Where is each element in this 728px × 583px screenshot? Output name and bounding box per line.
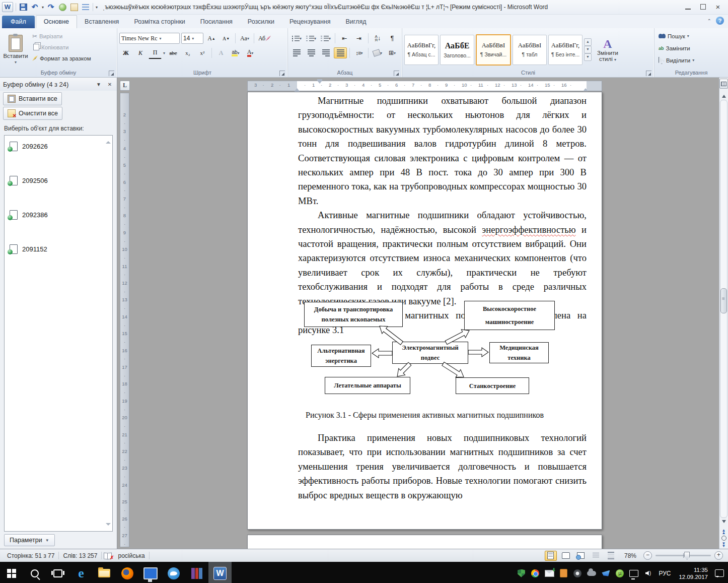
style-card-table[interactable]: АаБбВвІ ¶ табл	[513, 35, 547, 65]
pane-menu-dropdown[interactable]: ▼	[95, 82, 103, 87]
increase-indent-button[interactable]: ⇥	[352, 33, 366, 44]
taskbar-clock[interactable]: 11:35 12.09.2017	[675, 566, 712, 580]
clipboard-item[interactable]: 2092626	[5, 140, 112, 153]
mail-tray-icon[interactable]	[543, 570, 556, 577]
undo-button[interactable]: ↶	[30, 3, 39, 12]
right-indent-marker[interactable]	[583, 86, 588, 91]
borders-button[interactable]: ⊞▾	[386, 47, 399, 58]
task-view-button[interactable]	[46, 562, 69, 583]
document-page[interactable]: Магнитные подшипники охватывают большой …	[247, 92, 602, 530]
list-scroll-up-icon[interactable]	[106, 139, 111, 144]
strikethrough-button[interactable]: abc	[167, 47, 180, 58]
italic-button[interactable]: К	[134, 47, 147, 58]
onedrive-tray-icon[interactable]	[585, 571, 598, 576]
copy-button[interactable]: Копіювати	[30, 42, 93, 52]
network-tray-icon[interactable]	[627, 570, 640, 577]
diagram-box-alternative-energy[interactable]: Альтернативная энергетика	[311, 345, 371, 367]
options-button[interactable]: Параметри ▼	[4, 534, 55, 546]
paste-all-button[interactable]: Вставити все	[3, 92, 62, 105]
help-icon[interactable]: ?	[716, 17, 724, 25]
scroll-down-arrow[interactable]	[722, 520, 726, 525]
find-button[interactable]: Пошук▾	[657, 31, 696, 41]
shrink-font-button[interactable]: А▼	[220, 33, 233, 44]
format-painter-button[interactable]: Формат за зразком	[30, 53, 93, 63]
previous-page-button[interactable]: ▲▲	[722, 529, 726, 534]
vertical-ruler[interactable]: 2·3·4·5·6·7·8·9·10·11·12·13·14·15·16·17·…	[120, 93, 129, 547]
customize-qat-dropdown[interactable]: ▾	[96, 5, 98, 10]
clipboard-dialog-launcher[interactable]	[109, 71, 114, 76]
grow-font-button[interactable]: А▲	[205, 33, 218, 44]
clear-all-button[interactable]: Очистити все	[3, 107, 62, 120]
clipboard-item[interactable]: 2091152	[5, 242, 112, 255]
tab-references[interactable]: Посилання	[193, 16, 240, 28]
text-effects-button[interactable]: А	[214, 47, 228, 58]
thunderbird-taskbar-button[interactable]	[162, 562, 185, 583]
clipboard-item[interactable]: 2092506	[5, 174, 112, 187]
line-spacing-button[interactable]: ↕≡▾	[352, 47, 366, 58]
save-button[interactable]	[19, 3, 28, 12]
subscript-button[interactable]: x₂	[181, 47, 194, 58]
utorrent-tray-icon[interactable]: µ	[613, 569, 626, 577]
styles-scroll-up[interactable]: ▲	[584, 38, 592, 46]
proofing-status-icon[interactable]: ✗	[104, 553, 112, 559]
diagram-box-mining[interactable]: Добыча и транспортировка полезных ископа…	[304, 302, 403, 327]
file-explorer-taskbar-button[interactable]	[93, 562, 116, 583]
zoom-slider-thumb[interactable]	[684, 552, 690, 560]
ruler-toggle-button[interactable]	[719, 79, 728, 89]
clipboard-tray-icon[interactable]	[557, 569, 570, 577]
outline-view-button2[interactable]	[590, 551, 602, 561]
word-count[interactable]: Слів: 13 257	[59, 552, 101, 559]
tab-review[interactable]: Рецензування	[282, 16, 338, 28]
collapse-ribbon-icon[interactable]: ⌃	[707, 18, 711, 24]
diagram-box-machine-tools[interactable]: Станкостроение	[456, 377, 529, 394]
tab-view[interactable]: Вигляд	[338, 16, 374, 28]
web-layout-view-button[interactable]	[575, 551, 587, 561]
redo-button[interactable]: ↷	[46, 3, 55, 12]
styles-gallery-more[interactable]: ▼	[584, 53, 592, 61]
start-button[interactable]	[0, 562, 23, 583]
bullets-button[interactable]: ▾	[290, 33, 303, 44]
align-left-button[interactable]	[290, 47, 303, 58]
justify-button[interactable]	[334, 47, 347, 58]
diagram-box-high-speed-machinery[interactable]: Высокоскоростное машиностроение	[464, 301, 555, 330]
font-size-combo[interactable]: 14▾	[181, 33, 203, 44]
winrar-taskbar-button[interactable]	[185, 562, 208, 583]
tab-mailings[interactable]: Розсилки	[240, 16, 282, 28]
multilevel-list-button[interactable]: ▾	[319, 33, 332, 44]
show-marks-button[interactable]: ¶	[386, 33, 399, 44]
select-browse-object-button[interactable]	[721, 536, 726, 541]
keyboard-language-indicator[interactable]: РУС	[656, 570, 674, 577]
left-indent-marker[interactable]	[295, 86, 300, 91]
undo-dropdown[interactable]: ▾	[42, 5, 44, 10]
zoom-level[interactable]: 78%	[620, 552, 640, 559]
addin-button[interactable]	[58, 3, 67, 12]
highlight-button[interactable]: ab▾	[229, 47, 242, 58]
restore-button[interactable]	[699, 4, 707, 11]
zoom-out-button[interactable]: −	[643, 551, 652, 560]
font-dialog-launcher[interactable]	[279, 71, 285, 76]
next-page-button[interactable]: ▼▼	[722, 542, 726, 547]
select-button[interactable]: Виділити▾	[657, 55, 696, 66]
styles-dialog-launcher[interactable]	[646, 71, 651, 76]
next-page-edge[interactable]	[247, 535, 602, 549]
font-name-combo[interactable]: Times New Rc▾	[119, 33, 180, 44]
shading-button[interactable]: ▾	[371, 47, 384, 58]
paste-dropdown-arrow[interactable]: ▾	[15, 60, 17, 64]
bold-button[interactable]: Ж	[119, 47, 132, 58]
chrome-tray-icon[interactable]	[529, 569, 542, 577]
tab-stop-selector[interactable]: L	[120, 81, 130, 91]
scrollbar-thumb[interactable]	[720, 288, 727, 313]
style-card-heading[interactable]: АаБбЕ Заголово...	[440, 35, 474, 65]
decrease-indent-button[interactable]: ⇤	[338, 33, 351, 44]
word-taskbar-button[interactable]: W	[208, 562, 232, 583]
draft-view-button[interactable]	[605, 551, 617, 561]
edge-taskbar-button[interactable]: e	[69, 562, 93, 583]
diagram-box-electromagnetic-suspension[interactable]: Электромагнитный подвес	[392, 342, 468, 364]
underline-button[interactable]: П	[149, 47, 162, 59]
print-layout-view-button[interactable]	[545, 551, 557, 561]
superscript-button[interactable]: x²	[196, 47, 209, 58]
sort-button[interactable]: АЯ↓	[371, 33, 384, 44]
tab-home[interactable]: Основне	[36, 15, 77, 28]
helicopter-app-tray-icon[interactable]	[599, 570, 612, 576]
underline-dropdown[interactable]: ▾	[163, 51, 165, 55]
